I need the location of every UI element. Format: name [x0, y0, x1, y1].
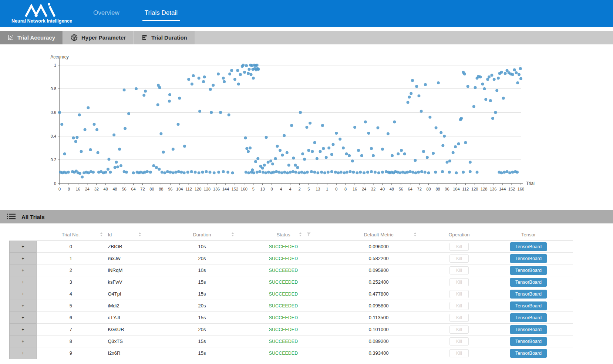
kill-button[interactable]: Kill — [449, 326, 469, 334]
column-header-trial-no[interactable]: Trial No. — [37, 229, 105, 241]
expand-button[interactable]: + — [10, 264, 37, 276]
svg-text:13: 13 — [260, 187, 265, 191]
tensorboard-button[interactable]: TensorBoard — [510, 278, 547, 287]
venn-icon — [71, 34, 78, 41]
trial-no-cell: 6 — [37, 312, 105, 324]
tensorboard-button[interactable]: TensorBoard — [510, 349, 547, 358]
tab-hyper-parameter[interactable]: Hyper Parameter — [63, 31, 133, 44]
status-badge: SUCCEEDED — [269, 244, 298, 249]
svg-text:4: 4 — [289, 187, 291, 191]
column-header-duration[interactable]: Duration — [161, 229, 244, 241]
tensorboard-button[interactable]: TensorBoard — [510, 266, 547, 275]
tensorboard-button[interactable]: TensorBoard — [510, 301, 547, 310]
svg-text:0.2: 0.2 — [51, 158, 56, 162]
sort-icon[interactable] — [231, 232, 234, 237]
status-badge: SUCCEEDED — [269, 315, 298, 320]
svg-text:1: 1 — [54, 63, 56, 67]
kill-button[interactable]: Kill — [449, 278, 469, 286]
column-header-id[interactable]: Id — [105, 229, 161, 241]
expand-button[interactable]: + — [10, 276, 37, 288]
duration-cell: 15s — [161, 336, 244, 347]
svg-text:40: 40 — [104, 187, 108, 191]
logo-title: Neural Network Intelligence — [11, 18, 72, 24]
nav-tab-trials-detail[interactable]: Trials Detail — [142, 0, 180, 21]
svg-text:120: 120 — [195, 187, 201, 191]
kill-button[interactable]: Kill — [449, 266, 469, 274]
tensorboard-button[interactable]: TensorBoard — [510, 325, 547, 334]
default-metric-cell: 0.252400 — [323, 276, 434, 288]
kill-button[interactable]: Kill — [449, 290, 469, 298]
tensorboard-button[interactable]: TensorBoard — [510, 290, 547, 299]
expand-button[interactable]: + — [10, 241, 37, 253]
tab-trial-duration[interactable]: Trial Duration — [134, 31, 195, 44]
table-row: + 2 iNRqM 10s SUCCEEDED 0.095800 Kill Te… — [10, 264, 573, 276]
svg-text:0: 0 — [335, 187, 337, 191]
trial-no-cell: 9 — [37, 347, 105, 359]
table-row: + 5 iMdi2 20s SUCCEEDED 0.095800 Kill Te… — [10, 300, 573, 312]
sort-icon[interactable] — [100, 232, 103, 237]
trial-id-cell: r6xJw — [105, 253, 161, 264]
svg-text:88: 88 — [435, 187, 440, 191]
tensorboard-button[interactable]: TensorBoard — [510, 254, 547, 263]
svg-text:112: 112 — [185, 187, 192, 191]
tensorboard-button[interactable]: TensorBoard — [510, 313, 547, 322]
svg-text:13: 13 — [316, 187, 320, 191]
column-header-status[interactable]: Status — [244, 229, 323, 241]
status-badge: SUCCEEDED — [269, 268, 298, 273]
duration-cell: 10s — [161, 241, 244, 253]
expand-button[interactable]: + — [10, 288, 37, 300]
column-header-tensor: Tensor — [484, 229, 573, 241]
status-badge: SUCCEEDED — [269, 327, 298, 332]
kill-button[interactable]: Kill — [449, 314, 469, 322]
default-metric-cell: 0.095800 — [323, 300, 434, 312]
tensorboard-button[interactable]: TensorBoard — [510, 242, 547, 251]
trial-id-cell: I2x6R — [105, 347, 161, 359]
trial-id-cell: iNRqM — [105, 264, 161, 276]
status-badge: SUCCEEDED — [269, 351, 298, 356]
expand-button[interactable]: + — [10, 300, 37, 312]
default-metric-cell: 0.096000 — [323, 241, 434, 253]
column-header-default-metric[interactable]: Default Metric — [323, 229, 434, 241]
svg-text:144: 144 — [222, 187, 229, 191]
default-metric-cell: 0.101000 — [323, 324, 434, 336]
expand-button[interactable]: + — [10, 347, 37, 359]
kill-button[interactable]: Kill — [449, 337, 469, 346]
tensorboard-button[interactable]: TensorBoard — [510, 337, 547, 346]
duration-cell: 10s — [161, 264, 244, 276]
kill-button[interactable]: Kill — [449, 349, 469, 357]
svg-text:160: 160 — [518, 187, 524, 191]
default-metric-cell: 0.477800 — [323, 288, 434, 300]
nav-tab-overview[interactable]: Overview — [91, 0, 122, 21]
svg-text:96: 96 — [168, 187, 172, 191]
kill-button[interactable]: Kill — [449, 255, 469, 263]
kill-button[interactable]: Kill — [449, 302, 469, 310]
expand-button[interactable]: + — [10, 324, 37, 336]
view-tabbar: Trial Accuracy Hyper Parameter Trial Dur… — [0, 31, 613, 44]
trial-no-cell: 7 — [37, 324, 105, 336]
expand-button[interactable]: + — [10, 312, 37, 324]
duration-cell: 15s — [161, 347, 244, 359]
kill-button[interactable]: Kill — [449, 243, 469, 251]
svg-text:128: 128 — [204, 187, 210, 191]
svg-text:152: 152 — [232, 187, 238, 191]
svg-text:56: 56 — [399, 187, 403, 191]
svg-text:48: 48 — [390, 187, 394, 191]
tab-trial-accuracy[interactable]: Trial Accuracy — [0, 31, 63, 44]
nav-tabs: Overview Trials Detail — [91, 0, 180, 27]
sort-icon[interactable] — [299, 232, 302, 237]
sort-icon[interactable] — [414, 232, 417, 237]
expand-button[interactable]: + — [10, 336, 37, 347]
expand-button[interactable]: + — [10, 253, 37, 264]
svg-text:160: 160 — [241, 187, 247, 191]
filter-icon[interactable] — [307, 232, 311, 237]
svg-text:120: 120 — [471, 187, 478, 191]
svg-text:32: 32 — [371, 187, 375, 191]
svg-text:80: 80 — [426, 187, 431, 191]
sort-icon[interactable] — [138, 232, 141, 237]
status-badge: SUCCEEDED — [269, 280, 298, 285]
trial-id-cell: iMdi2 — [105, 300, 161, 312]
svg-text:40: 40 — [380, 187, 385, 191]
trial-id-cell: cTYJI — [105, 312, 161, 324]
svg-text:136: 136 — [213, 187, 220, 191]
duration-cell: 20s — [161, 253, 244, 264]
